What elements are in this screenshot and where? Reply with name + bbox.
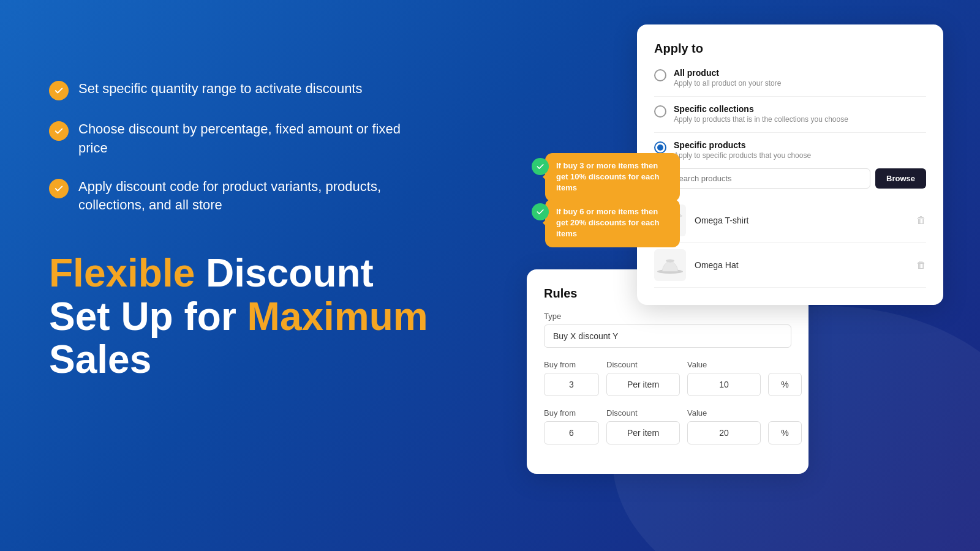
type-label: Type <box>544 312 791 321</box>
radio-content-all: All product Apply to all product on your… <box>674 68 781 88</box>
discount-input-1[interactable] <box>606 373 680 396</box>
apply-to-title: Apply to <box>654 42 926 56</box>
search-input[interactable] <box>675 174 862 183</box>
product-name-hat: Omega Hat <box>695 260 908 270</box>
unit-spacer-2 <box>768 408 802 418</box>
right-panel: If buy 3 or more items then get 10% disc… <box>527 12 943 539</box>
radio-circle-products[interactable] <box>654 141 666 154</box>
headline-flexible: Flexible <box>49 251 195 295</box>
product-row-tshirt: Omega T-shirt 🗑 <box>654 198 926 243</box>
buy-from-group-1: Buy from <box>544 360 599 396</box>
browse-button[interactable]: Browse <box>875 168 926 189</box>
tooltip-bubble-1: If buy 3 or more items then get 10% disc… <box>545 153 680 201</box>
unit-group-2 <box>768 408 802 444</box>
divider-2 <box>654 132 926 133</box>
radio-specific-products[interactable]: Specific products Apply to specific prod… <box>654 140 926 160</box>
headline-part4: Sales <box>49 337 151 381</box>
check-icon-3 <box>49 179 69 198</box>
radio-circle-all[interactable] <box>654 69 666 81</box>
radio-label-products: Specific products <box>674 140 811 150</box>
check-icon-2 <box>49 121 69 141</box>
unit-group-1 <box>768 360 802 396</box>
headline-maximum: Maximum <box>247 294 428 339</box>
discount-label-2: Discount <box>606 408 680 418</box>
trash-icon-tshirt[interactable]: 🗑 <box>916 215 926 226</box>
discount-input-2[interactable] <box>606 421 680 444</box>
feature-item-1: Set specific quantity range to activate … <box>49 80 429 100</box>
product-thumb-hat <box>654 249 686 281</box>
feature-text-2: Choose discount by percentage, fixed amo… <box>78 120 429 158</box>
rule-row-2: Buy from Discount Value <box>544 408 791 444</box>
feature-item-3: Apply discount code for product variants… <box>49 178 429 216</box>
value-input-2[interactable] <box>687 421 761 444</box>
buy-from-group-2: Buy from <box>544 408 599 444</box>
svg-point-3 <box>666 259 674 262</box>
search-input-wrap[interactable] <box>654 168 870 189</box>
radio-specific-collections[interactable]: Specific collections Apply to products t… <box>654 104 926 124</box>
tooltip-bubble-2: If buy 6 or more items then get 20% disc… <box>545 199 680 247</box>
value-label-1: Value <box>687 360 761 369</box>
trash-icon-hat[interactable]: 🗑 <box>916 260 926 271</box>
value-group-2: Value <box>687 408 761 444</box>
feature-item-2: Choose discount by percentage, fixed amo… <box>49 120 429 158</box>
discount-label-1: Discount <box>606 360 680 369</box>
tooltip-check-1 <box>532 158 549 175</box>
radio-sublabel-collections: Apply to products that is in the collect… <box>674 115 848 124</box>
buy-from-input-1[interactable] <box>544 373 599 396</box>
left-panel: Set specific quantity range to activate … <box>49 80 429 381</box>
radio-sublabel-products: Apply to specific products that you choo… <box>674 151 811 160</box>
radio-sublabel-all: Apply to all product on your store <box>674 79 781 88</box>
value-input-1[interactable] <box>687 373 761 396</box>
radio-label-all: All product <box>674 68 781 78</box>
unit-input-1[interactable] <box>768 373 802 396</box>
type-input[interactable] <box>544 324 791 348</box>
search-row: Browse <box>654 168 926 189</box>
product-name-tshirt: Omega T-shirt <box>695 216 908 225</box>
radio-content-collections: Specific collections Apply to products t… <box>674 104 848 124</box>
hat-icon <box>657 257 684 274</box>
unit-spacer-1 <box>768 360 802 369</box>
discount-group-2: Discount <box>606 408 680 444</box>
check-icon-1 <box>49 81 69 100</box>
tooltip-text-2: If buy 6 or more items then get 20% disc… <box>556 207 659 238</box>
buy-from-input-2[interactable] <box>544 421 599 444</box>
headline: Flexible Discount Set Up for Maximum Sal… <box>49 252 429 381</box>
buy-from-label-1: Buy from <box>544 360 599 369</box>
feature-text-1: Set specific quantity range to activate … <box>78 80 362 99</box>
features-list: Set specific quantity range to activate … <box>49 80 429 215</box>
tooltip-text-1: If buy 3 or more items then get 10% disc… <box>556 161 659 192</box>
unit-input-2[interactable] <box>768 421 802 444</box>
radio-circle-collections[interactable] <box>654 105 666 118</box>
divider-1 <box>654 96 926 97</box>
feature-text-3: Apply discount code for product variants… <box>78 178 429 216</box>
product-row-hat: Omega Hat 🗑 <box>654 243 926 288</box>
value-label-2: Value <box>687 408 761 418</box>
buy-from-label-2: Buy from <box>544 408 599 418</box>
radio-all-product[interactable]: All product Apply to all product on your… <box>654 68 926 88</box>
value-group-1: Value <box>687 360 761 396</box>
rule-row-1: Buy from Discount Value <box>544 360 791 396</box>
discount-group-1: Discount <box>606 360 680 396</box>
radio-label-collections: Specific collections <box>674 104 848 114</box>
apply-to-card: Apply to All product Apply to all produc… <box>637 24 943 305</box>
radio-content-products: Specific products Apply to specific prod… <box>674 140 811 160</box>
tooltip-check-2 <box>532 203 549 220</box>
